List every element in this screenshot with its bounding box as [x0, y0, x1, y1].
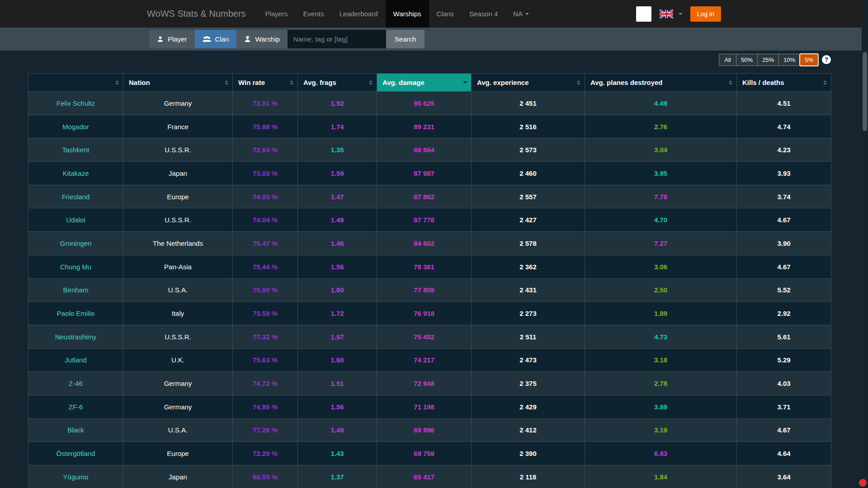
- kills-deaths-cell: 4.51: [737, 92, 831, 115]
- avg-experience-cell: 2 431: [472, 278, 585, 302]
- filter-5[interactable]: 5%: [799, 53, 819, 66]
- ship-link[interactable]: Yūgumo: [63, 473, 89, 481]
- avg-experience-cell: 2 427: [472, 208, 585, 232]
- search-button[interactable]: Search: [386, 30, 425, 48]
- avg-damage-cell: 69 996: [377, 418, 472, 442]
- avg-frags-cell: 1.52: [298, 92, 377, 115]
- table-row: YūgumoJapan68.55 %1.3765 4172 1181.843.6…: [28, 465, 831, 488]
- ship-link[interactable]: Östergötland: [57, 450, 95, 457]
- mode-clan-button[interactable]: Clan: [195, 30, 237, 48]
- avg-damage-cell: 69 759: [377, 442, 472, 465]
- ship-link[interactable]: Mogador: [62, 123, 89, 131]
- ship-link[interactable]: Z-46: [69, 380, 83, 387]
- language-selector[interactable]: [660, 9, 682, 19]
- nav-item-leaderboard[interactable]: Leaderboard: [331, 0, 385, 28]
- header-win-rate[interactable]: Win rate: [233, 74, 298, 92]
- win-rate-cell: 74.03 %: [233, 185, 298, 208]
- header-avg-frags[interactable]: Avg. frags: [298, 74, 377, 92]
- nation-cell: Germany: [123, 92, 233, 115]
- kills-deaths-cell: 2.92: [737, 302, 831, 325]
- avg-planes-cell: 3.18: [585, 348, 737, 372]
- header-kills-deaths[interactable]: Kills / deaths: [737, 74, 831, 92]
- login-button[interactable]: Log in: [690, 6, 721, 22]
- ship-link[interactable]: Groningen: [60, 239, 91, 247]
- ship-link[interactable]: Friesland: [62, 193, 90, 201]
- ship-link: Benham: [28, 278, 123, 302]
- avg-frags-cell: 1.35: [298, 138, 377, 162]
- nation-cell: The Netherlands: [123, 232, 233, 255]
- kills-deaths-cell: 3.93: [737, 162, 831, 185]
- ship-link: Chung Mu: [28, 255, 123, 278]
- nation-cell: Europe: [123, 185, 233, 208]
- nav-item-events[interactable]: Events: [296, 0, 332, 28]
- table-row: Paolo EmilioItaly73.58 %1.7276 9182 2731…: [28, 302, 831, 325]
- scrollbar-track[interactable]: [862, 0, 868, 488]
- avg-damage-cell: 87 987: [377, 162, 472, 185]
- header-avg-planes-destroyed[interactable]: Avg. planes destroyed: [585, 74, 737, 92]
- help-icon[interactable]: ?: [822, 55, 831, 64]
- win-rate-cell: 74.72 %: [233, 372, 298, 395]
- filter-10[interactable]: 10%: [778, 54, 800, 66]
- kills-deaths-cell: 3.90: [737, 232, 831, 255]
- avg-experience-cell: 2 362: [472, 255, 585, 278]
- avg-damage-cell: 77 809: [377, 278, 472, 302]
- avg-damage-cell: 78 361: [377, 255, 472, 278]
- search-mode-group: Player Clan: [149, 30, 288, 48]
- ship-link[interactable]: Udaloi: [66, 216, 85, 224]
- nav-item-region-dropdown[interactable]: NA: [505, 0, 537, 28]
- avg-experience-cell: 2 273: [472, 302, 585, 325]
- chevron-down-icon: [679, 13, 682, 17]
- avg-planes-cell: 1.89: [585, 302, 737, 325]
- ship-link[interactable]: Paolo Emilio: [57, 310, 94, 317]
- nav-item-warships[interactable]: Warships: [386, 0, 429, 28]
- mode-player-button[interactable]: Player: [149, 30, 195, 48]
- nav-item-season4[interactable]: Season 4: [462, 0, 505, 28]
- nation-cell: Japan: [123, 465, 233, 488]
- avg-experience-cell: 2 118: [472, 465, 585, 488]
- filter-50[interactable]: 50%: [736, 54, 757, 66]
- filter-all[interactable]: All: [719, 54, 736, 66]
- ship-link[interactable]: Jutland: [65, 356, 86, 364]
- white-square-button[interactable]: [636, 6, 651, 22]
- win-rate-cell: 75.44 %: [233, 255, 298, 278]
- ship-link[interactable]: Kitakaze: [63, 169, 89, 177]
- header-avg-damage-sorted[interactable]: Avg. damage: [377, 74, 472, 92]
- header-nation[interactable]: Nation: [123, 74, 233, 92]
- avg-frags-cell: 1.49: [298, 208, 377, 232]
- search-input[interactable]: [288, 30, 386, 48]
- avg-damage-cell: 71 198: [377, 395, 472, 418]
- avg-damage-cell: 75 452: [377, 325, 472, 348]
- avg-damage-cell: 95 625: [377, 92, 472, 115]
- avg-frags-cell: 1.37: [298, 465, 377, 488]
- sort-icon: [729, 79, 732, 87]
- player-icon: [157, 36, 164, 42]
- ship-link[interactable]: Tashkent: [62, 146, 89, 154]
- header-ship[interactable]: [28, 74, 123, 92]
- ship-link[interactable]: Benham: [63, 286, 89, 294]
- ship-link[interactable]: Chung Mu: [60, 263, 91, 271]
- kills-deaths-cell: 5.52: [737, 278, 831, 302]
- ship-link[interactable]: ZF-6: [69, 403, 83, 411]
- site-brand[interactable]: WoWS Stats & Numbers: [147, 9, 246, 19]
- mode-clan-label: Clan: [215, 35, 229, 43]
- ship-link[interactable]: Felix Schultz: [57, 99, 95, 107]
- header-avg-experience[interactable]: Avg. experience: [472, 74, 585, 92]
- red-dot-button[interactable]: [859, 479, 867, 487]
- ship-link: Udaloi: [28, 208, 123, 232]
- avg-experience-cell: 2 451: [472, 92, 585, 115]
- win-rate-cell: 72.64 %: [233, 138, 298, 162]
- nav-item-players[interactable]: Players: [258, 0, 296, 28]
- avg-experience-cell: 2 557: [472, 185, 585, 208]
- ship-link[interactable]: Neustrashimy: [55, 333, 97, 341]
- ship-link[interactable]: Black: [67, 426, 84, 434]
- scrollbar-thumb[interactable]: [863, 52, 867, 131]
- win-rate-cell: 75.90 %: [233, 278, 298, 302]
- table-row: TashkentU.S.S.R.72.64 %1.3588 6642 5733.…: [28, 138, 831, 162]
- filter-25[interactable]: 25%: [757, 54, 778, 66]
- mode-warship-button[interactable]: Warship: [236, 30, 287, 48]
- warships-stats-table: Nation Win rate Avg. frags Avg. damage A…: [28, 73, 831, 488]
- avg-planes-cell: 7.27: [585, 232, 737, 255]
- nav-item-clans[interactable]: Clans: [429, 0, 462, 28]
- table-row: FrieslandEurope74.03 %1.4787 8622 5577.7…: [28, 185, 831, 208]
- avg-damage-cell: 72 948: [377, 372, 472, 395]
